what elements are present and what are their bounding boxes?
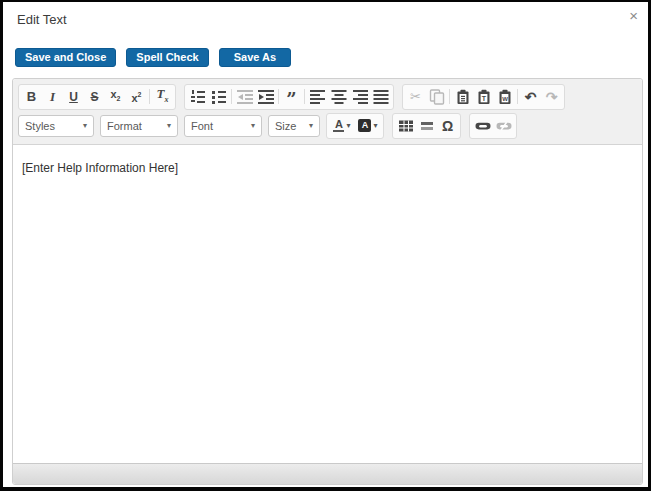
size-dropdown[interactable]: Size ▾ [268,115,320,137]
size-dropdown-label: Size [275,120,296,132]
chevron-down-icon: ▾ [346,121,350,130]
clipboard-group: ✂ T W ↶ ↷ [402,84,565,110]
chevron-down-icon: ▾ [245,121,255,130]
cut-icon: ✂ [410,89,421,104]
background-color-button[interactable]: A ▾ [355,115,381,136]
special-character-icon: Ω [442,118,453,134]
increase-indent-icon [258,89,274,105]
subscript-button[interactable]: x2 [105,86,126,107]
redo-icon: ↷ [546,89,558,105]
table-button[interactable] [395,115,416,136]
numbered-list-button[interactable] [187,86,208,107]
superscript-button[interactable]: x2 [126,86,147,107]
align-left-icon [310,89,326,105]
close-icon[interactable]: × [629,8,638,23]
rich-text-editor: B I U S x2 x2 Tx [12,78,643,485]
horizontal-rule-button[interactable] [416,115,437,136]
decrease-indent-button[interactable] [234,86,255,107]
save-as-button[interactable]: Save As [219,48,291,67]
underline-icon: U [69,90,78,104]
copy-icon [429,89,445,105]
bulleted-list-button[interactable] [208,86,229,107]
align-center-icon [331,89,347,105]
toolbar-row-2: Styles ▾ Format ▾ Font ▾ Size ▾ A [18,111,637,140]
paste-plain-text-button[interactable]: T [473,86,494,107]
remove-format-button[interactable]: Tx [152,86,173,107]
paragraph-group: ” [184,84,394,110]
italic-button[interactable]: I [42,86,63,107]
justify-icon [373,89,389,105]
paste-from-word-icon: W [497,89,513,105]
insert-group: Ω [392,113,461,139]
link-icon [475,118,491,134]
basic-styles-group: B I U S x2 x2 Tx [18,84,176,110]
spell-check-button[interactable]: Spell Check [126,48,208,67]
bulleted-list-icon [211,89,227,105]
editor-status-bar [13,463,642,484]
toolbar-row-1: B I U S x2 x2 Tx [18,82,637,111]
toolbar-separator [517,89,518,104]
link-button[interactable] [472,115,493,136]
font-dropdown-label: Font [191,120,213,132]
increase-indent-button[interactable] [255,86,276,107]
format-dropdown[interactable]: Format ▾ [100,115,178,137]
paste-button[interactable] [452,86,473,107]
styles-dropdown[interactable]: Styles ▾ [18,115,94,137]
text-color-icon: A [333,119,344,132]
strikethrough-button[interactable]: S [84,86,105,107]
toolbar-separator [278,89,279,104]
superscript-icon: x2 [131,89,141,104]
chevron-down-icon: ▾ [161,121,171,130]
chevron-down-icon: ▾ [303,121,313,130]
blockquote-icon: ” [286,90,296,103]
align-left-button[interactable] [307,86,328,107]
special-character-button[interactable]: Ω [437,115,458,136]
justify-button[interactable] [370,86,391,107]
toolbar-separator [304,89,305,104]
redo-button[interactable]: ↷ [541,86,562,107]
copy-button[interactable] [426,86,447,107]
svg-text:W: W [502,96,508,102]
editor-placeholder-text: [Enter Help Information Here] [22,161,633,175]
align-center-button[interactable] [328,86,349,107]
text-color-button[interactable]: A ▾ [329,115,355,136]
styles-dropdown-label: Styles [25,120,55,132]
editor-toolbar: B I U S x2 x2 Tx [13,79,642,145]
unlink-button[interactable] [493,115,514,136]
format-dropdown-label: Format [107,120,142,132]
subscript-icon: x2 [110,89,120,104]
paste-icon [455,89,471,105]
numbered-list-icon [190,89,206,105]
undo-icon: ↶ [525,89,537,105]
toolbar-separator [149,89,150,104]
bold-button[interactable]: B [21,86,42,107]
color-group: A ▾ A ▾ [326,113,384,139]
align-right-icon [352,89,368,105]
underline-button[interactable]: U [63,86,84,107]
link-group [469,113,517,139]
decrease-indent-icon [237,89,253,105]
chevron-down-icon: ▾ [373,121,377,130]
save-and-close-button[interactable]: Save and Close [15,48,116,67]
italic-icon: I [50,89,55,105]
toolbar-separator [231,89,232,104]
action-button-row: Save and Close Spell Check Save As [15,48,301,67]
table-icon [398,118,414,134]
horizontal-rule-icon [419,118,435,134]
background-color-icon: A [358,119,371,132]
font-dropdown[interactable]: Font ▾ [184,115,262,137]
strikethrough-icon: S [90,90,98,104]
editor-content-area[interactable]: [Enter Help Information Here] [13,145,642,463]
remove-format-icon: Tx [157,88,169,105]
edit-text-dialog: Edit Text × Save and Close Spell Check S… [0,0,651,491]
undo-button[interactable]: ↶ [520,86,541,107]
dialog-title: Edit Text [17,12,67,27]
blockquote-button[interactable]: ” [281,86,302,107]
chevron-down-icon: ▾ [77,121,87,130]
align-right-button[interactable] [349,86,370,107]
svg-text:T: T [481,95,486,102]
cut-button[interactable]: ✂ [405,86,426,107]
bold-icon: B [27,89,36,104]
paste-plain-text-icon: T [476,89,492,105]
paste-from-word-button[interactable]: W [494,86,515,107]
